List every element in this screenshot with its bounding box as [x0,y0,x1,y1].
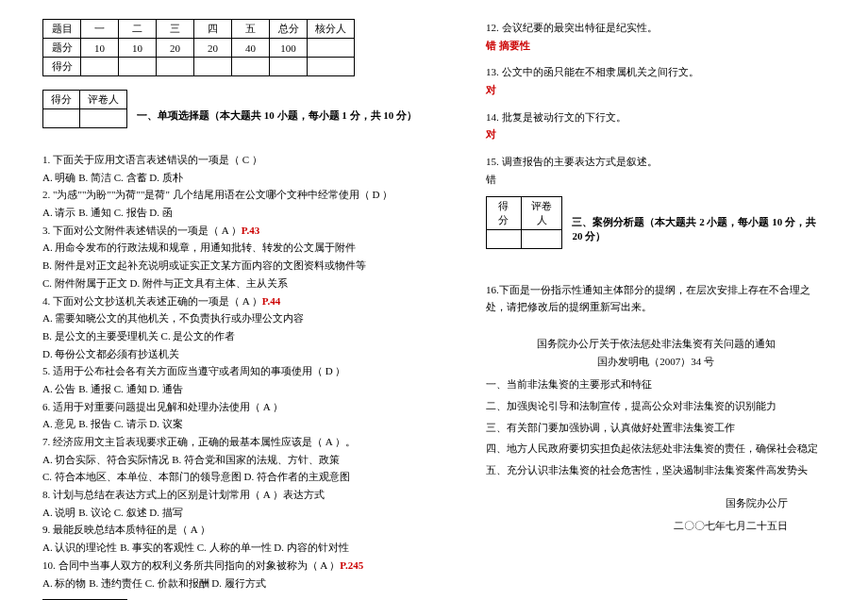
q14-ans: 对 [486,125,826,143]
right-column: 12. 会议纪要的最突出特征是纪实性。 错 摘要性 13. 公文中的函只能在不相… [472,19,840,581]
p2: 二、加强舆论引导和法制宣传，提高公众对非法集资的识别能力 [486,397,826,415]
score-table: 题目 一 二 三 四 五 总分 核分人 题分 10 10 20 20 40 10… [42,19,355,76]
q5: 5. 适用于公布社会各有关方面应当遵守或者周知的事项使用（ D ） [42,362,458,380]
section1-title: 一、单项选择题（本大题共 10 小题，每小题 1 分，共 10 分） [137,108,417,123]
th-checker: 核分人 [308,20,355,39]
q3c: C. 附件附属于正文 D. 附件与正文具有主体、主从关系 [42,275,458,292]
q6: 6. 适用于对重要问题提出见解和处理办法使用（ A ） [42,398,458,416]
q1a: A. 明确 B. 简洁 C. 含蓄 D. 质朴 [42,169,458,187]
doc-num: 国办发明电（2007）34 号 [486,353,826,371]
th-total: 总分 [270,20,308,39]
mini-c1: 得分 [43,91,80,109]
q5a: A. 公告 B. 通报 C. 通知 D. 通告 [42,380,458,398]
q7: 7. 经济应用文主旨表现要求正确，正确的最基本属性应该是（ A ）。 [42,433,458,451]
p1: 一、当前非法集资的主要形式和特征 [486,375,826,393]
th-3: 三 [157,20,194,39]
q15-ans: 错 [486,171,826,189]
q10a: A. 标的物 B. 违约责任 C. 价款和报酬 D. 履行方式 [42,575,458,592]
q9: 9. 最能反映总结本质特征的是（ A ） [42,521,458,539]
th-5: 五 [232,20,270,39]
q7a: A. 切合实际、符合实际情况 B. 符合党和国家的法规、方针、政策 [42,451,458,469]
th-2: 二 [119,20,157,39]
cell: 20 [194,39,232,58]
q2: 2. "为感""为盼""为荷""是荷" 几个结尾用语在公文哪个文种中经常使用（ … [42,186,458,204]
doc-title: 国务院办公厅关于依法惩处非法集资有关问题的通知 [486,335,826,353]
mini-c1: 得分 [487,196,522,229]
q4a: A. 需要知晓公文的其他机关，不负责执行或办理公文内容 [42,309,458,327]
q1: 1. 下面关于应用文语言表述错误的一项是（ C ） [42,151,458,169]
left-column: 题目 一 二 三 四 五 总分 核分人 题分 10 10 20 20 40 10… [28,19,472,581]
cell [232,58,270,76]
q4: 4. 下面对公文抄送机关表述正确的一项是（ A ）P.44 [42,292,458,310]
q13: 13. 公文中的函只能在不相隶属机关之间行文。 [486,63,826,81]
mini-score-table: 得分评卷人 [42,90,127,128]
q6a: A. 意见 B. 报告 C. 请示 D. 议案 [42,415,458,433]
cell [308,58,355,76]
q4b: B. 是公文的主要受理机关 C. 是公文的作者 [42,327,458,345]
th-1: 一 [81,20,119,39]
q10: 10. 合同中当事人双方的权利义务所共同指向的对象被称为（ A ）P.245 [42,557,458,575]
q16: 16.下面是一份指示性通知主体部分的提纲，在层次安排上存在不合理之处，请把修改后… [486,281,826,316]
th-topic: 题目 [43,20,81,39]
mini-score-table: 得分评卷人 [486,196,562,249]
mini-c2: 评卷人 [80,91,127,109]
row1-label: 题分 [43,39,81,58]
cell: 100 [270,39,308,58]
cell [119,58,157,76]
q8a: A. 说明 B. 议论 C. 叙述 D. 描写 [42,504,458,522]
cell: 10 [81,39,119,58]
cell: 20 [157,39,194,58]
p5: 五、充分认识非法集资的社会危害性，坚决遏制非法集资案件高发势头 [486,461,826,479]
q3: 3. 下面对公文附件表述错误的一项是（ A ）P.43 [42,222,458,240]
cell: 10 [119,39,157,58]
doc-date: 二〇〇七年七月二十五日 [486,517,826,535]
q3a: A. 用命令发布的行政法规和规章，用通知批转、转发的公文属于附件 [42,239,458,257]
q8: 8. 计划与总结在表达方式上的区别是计划常用（ A ）表达方式 [42,486,458,504]
q4c: D. 每份公文都必须有抄送机关 [42,345,458,363]
row2-label: 得分 [43,58,81,76]
cell [194,58,232,76]
p3: 三、有关部门要加强协调，认真做好处置非法集资工作 [486,419,826,437]
q3-pageref: P.43 [242,225,259,236]
q14: 14. 批复是被动行文的下行文。 [486,108,826,126]
cell: 40 [232,39,270,58]
mini-c2: 评卷人 [521,196,562,229]
q3b: B. 附件是对正文起补充说明或证实正文某方面内容的文图资料或物件等 [42,257,458,275]
q7b: C. 符合本地区、本单位、本部门的领导意图 D. 符合作者的主观意图 [42,468,458,486]
cell [81,58,119,76]
cell [157,58,194,76]
q15: 15. 调查报告的主要表达方式是叙述。 [486,153,826,171]
q10-pageref: P.245 [340,559,363,571]
th-4: 四 [194,20,232,39]
section3-title: 三、案例分析题（本大题共 2 小题，每小题 10 分，共 20 分） [572,215,826,243]
q4-pageref: P.44 [262,295,280,307]
q2a: A. 请示 B. 通知 C. 报告 D. 函 [42,204,458,222]
q12: 12. 会议纪要的最突出特征是纪实性。 [486,19,826,37]
q9a: A. 认识的理论性 B. 事实的客观性 C. 人称的单一性 D. 内容的针对性 [42,539,458,557]
cell [270,58,308,76]
doc-sign: 国务院办公厅 [486,494,826,512]
cell [308,39,355,58]
mini-blank [487,229,522,248]
mini-blank [80,109,127,128]
q13-ans: 对 [486,81,826,99]
mini-blank [43,109,80,128]
p4: 四、地方人民政府要切实担负起依法惩处非法集资的责任，确保社会稳定 [486,440,826,458]
mini-blank [521,229,562,248]
q12-ans: 错 摘要性 [486,37,826,55]
